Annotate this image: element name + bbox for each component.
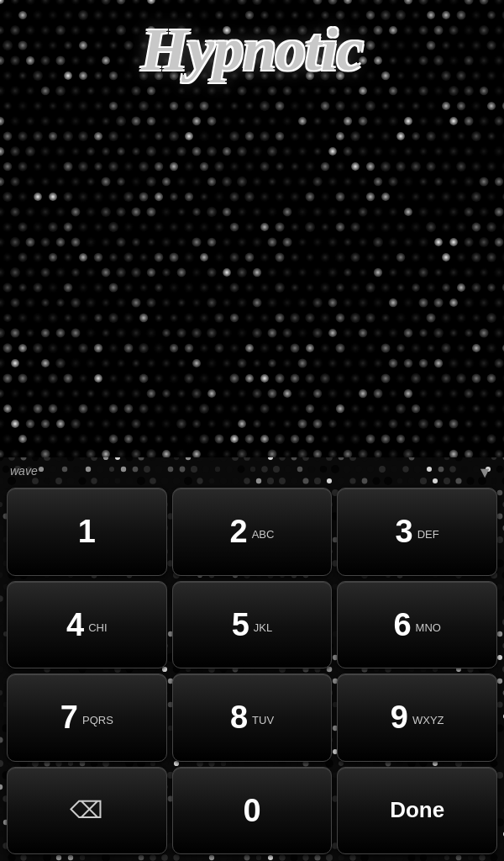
key-3-number: 3 xyxy=(396,515,413,547)
key-7-number: 7 xyxy=(60,701,78,733)
key-6[interactable]: 6 MNO xyxy=(337,581,497,669)
key-5-number: 5 xyxy=(232,609,249,641)
key-8-letters: TUV xyxy=(252,714,274,733)
key-5-letters: JKL xyxy=(254,621,272,641)
key-3[interactable]: 3 DEF xyxy=(337,488,497,576)
wave-label: wave xyxy=(10,464,38,478)
app-container: Hypnotic wave ▼ 1 2 ABC 3 DEF xyxy=(0,0,504,861)
key-7-letters: PQRS xyxy=(82,714,113,733)
key-2-letters: ABC xyxy=(252,528,275,547)
key-1-number: 1 xyxy=(78,515,96,547)
key-5[interactable]: 5 JKL xyxy=(172,581,333,669)
key-7[interactable]: 7 PQRS xyxy=(7,673,167,762)
key-1[interactable]: 1 xyxy=(7,488,167,576)
key-6-letters: MNO xyxy=(416,621,441,641)
keys-grid: 1 2 ABC 3 DEF 4 CHI xyxy=(7,488,497,854)
key-9-number: 9 xyxy=(391,701,408,733)
key-8-number: 8 xyxy=(230,701,248,733)
key-9[interactable]: 9 WXYZ xyxy=(337,673,497,762)
key-2-number: 2 xyxy=(230,515,248,547)
key-4[interactable]: 4 CHI xyxy=(7,581,167,669)
keyboard-area: wave ▼ 1 2 ABC 3 DEF xyxy=(0,457,504,861)
key-0-number: 0 xyxy=(243,795,260,827)
key-9-letters: WXYZ xyxy=(412,714,444,733)
key-2[interactable]: 2 ABC xyxy=(172,488,333,576)
chevron-down-icon: ▼ xyxy=(477,464,492,482)
app-title: Hypnotic xyxy=(0,15,504,85)
key-4-number: 4 xyxy=(66,609,84,641)
backspace-icon: ⌫ xyxy=(70,796,103,824)
key-backspace[interactable]: ⌫ xyxy=(7,767,167,855)
key-8[interactable]: 8 TUV xyxy=(172,673,333,762)
key-done-label: Done xyxy=(390,797,444,823)
key-done[interactable]: Done xyxy=(337,767,497,855)
key-4-letters: CHI xyxy=(88,621,107,641)
key-0[interactable]: 0 xyxy=(172,767,333,855)
key-3-letters: DEF xyxy=(417,528,439,547)
key-6-number: 6 xyxy=(393,609,411,641)
